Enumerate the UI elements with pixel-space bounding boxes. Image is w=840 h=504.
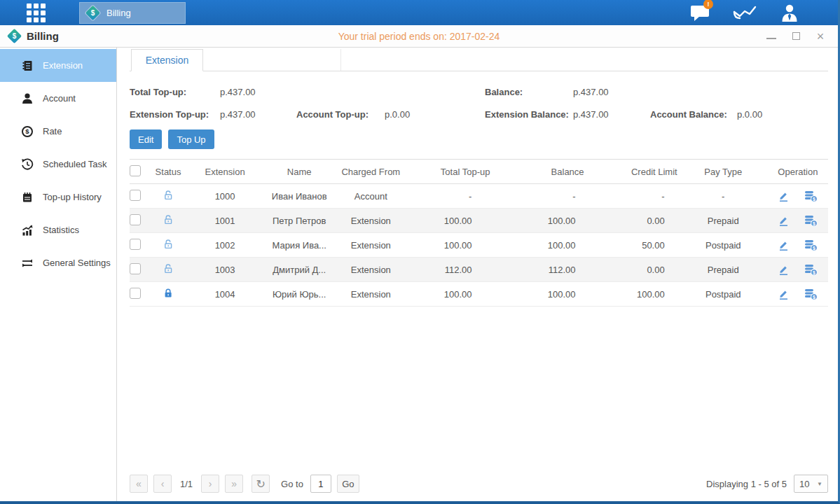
col-pay-type: Pay Type [679, 160, 768, 184]
cell-total-topup: 100.00 [406, 209, 491, 233]
page-indicator: 1/1 [180, 479, 193, 489]
last-page-button[interactable]: » [225, 475, 243, 493]
sidebar-item-label: Top-up History [43, 192, 102, 202]
col-extension: Extension [187, 160, 263, 184]
summary-panel: Total Top-up: p.437.00 Balance: p.437.00… [130, 71, 828, 125]
edit-button[interactable]: Edit [130, 130, 162, 149]
cell-name: Иван Иванов [263, 184, 336, 209]
chevron-down-icon: ▼ [817, 481, 822, 487]
table-row: 1000 Иван Иванов Account - - - - $ [130, 184, 828, 209]
total-topup-label: Total Top-up: [130, 87, 220, 97]
app-grid-icon[interactable] [27, 4, 46, 22]
topup-row-icon[interactable]: $ [804, 190, 818, 202]
cell-balance: 112.00 [491, 258, 585, 282]
row-checkbox[interactable] [130, 263, 141, 274]
billing-dollar-icon: $ [85, 5, 100, 20]
extension-topup-label: Extension Top-up: [130, 109, 220, 120]
extension-balance-value: p.437.00 [573, 109, 650, 120]
lock-closed-icon [163, 288, 174, 299]
goto-page-input[interactable] [310, 475, 331, 493]
extensions-table: Status Extension Name Charged From Total… [130, 159, 828, 307]
billing-app-icon: $ [7, 29, 22, 43]
close-button[interactable]: × [815, 31, 825, 41]
cell-charged-from: Extension [336, 282, 406, 307]
edit-row-icon[interactable] [778, 215, 792, 227]
row-checkbox[interactable] [130, 288, 141, 299]
go-button[interactable]: Go [337, 475, 359, 493]
sidebar-item-account[interactable]: Account [0, 82, 116, 115]
topup-history-notebook-icon [21, 191, 34, 204]
user-account-icon[interactable] [778, 3, 801, 22]
cell-pay-type: Postpaid [679, 282, 768, 307]
page-size-select[interactable]: 10 ▼ [794, 475, 828, 493]
svg-text:$: $ [25, 127, 29, 135]
sidebar-item-label: Scheduled Task [43, 159, 107, 169]
sidebar-item-extension[interactable]: Extension [0, 49, 116, 82]
next-page-button[interactable]: › [201, 475, 219, 493]
refresh-button[interactable]: ↻ [252, 475, 270, 493]
table-row: 1003 Дмитрий Д... Extension 112.00 112.0… [130, 258, 828, 282]
sidebar-item-label: Rate [43, 126, 62, 136]
account-balance-label: Account Balance: [650, 109, 737, 120]
cell-extension: 1004 [187, 282, 263, 307]
tab-extension[interactable]: Extension [131, 49, 203, 71]
edit-row-icon[interactable] [778, 190, 792, 202]
minimize-button[interactable] [766, 34, 776, 39]
lock-open-icon [163, 239, 174, 250]
taskbar-tab-label: Billing [106, 8, 131, 18]
cell-balance: - [491, 184, 585, 209]
reports-chart-icon[interactable] [733, 3, 757, 22]
tab-strip-spacer [203, 49, 341, 71]
sidebar-item-rate[interactable]: $ Rate [0, 115, 116, 148]
prev-page-button[interactable]: ‹ [153, 475, 172, 493]
rate-dollar-icon: $ [21, 125, 34, 138]
cell-total-topup: 112.00 [406, 258, 491, 282]
lock-open-icon [163, 190, 174, 201]
col-balance: Balance [491, 160, 585, 184]
cell-extension: 1000 [187, 184, 263, 209]
svg-text:$: $ [813, 245, 815, 251]
row-checkbox[interactable] [130, 214, 141, 225]
top-taskbar: $ Billing ! [0, 0, 838, 25]
account-balance-value: p.0.00 [737, 109, 828, 120]
topup-row-icon[interactable]: $ [804, 215, 818, 227]
cell-name: Дмитрий Д... [263, 258, 336, 282]
row-checkbox[interactable] [130, 190, 141, 201]
extension-topup-value: p.437.00 [220, 109, 296, 120]
lock-open-icon [163, 214, 174, 225]
first-page-button[interactable]: « [130, 475, 148, 493]
select-all-checkbox[interactable] [130, 165, 141, 176]
notification-badge: ! [703, 0, 713, 9]
cell-total-topup: - [406, 184, 491, 209]
cell-pay-type: Postpaid [679, 233, 768, 258]
messages-icon[interactable]: ! [688, 3, 712, 22]
cell-extension: 1003 [187, 258, 263, 282]
edit-row-icon[interactable] [778, 264, 792, 276]
cell-name: Петр Петров [263, 209, 336, 233]
topup-row-icon[interactable]: $ [804, 239, 818, 251]
col-status: Status [149, 160, 187, 184]
table-row: 1001 Петр Петров Extension 100.00 100.00… [130, 209, 828, 233]
lock-open-icon [163, 263, 174, 274]
sidebar: Extension Account $ Rate [0, 48, 117, 501]
cell-credit-limit: 0.00 [586, 258, 679, 282]
sidebar-item-statistics[interactable]: Statistics [0, 214, 116, 246]
cell-charged-from: Extension [336, 258, 406, 282]
taskbar-tab-billing[interactable]: $ Billing [79, 2, 186, 24]
statistics-chart-icon [21, 224, 34, 237]
row-checkbox[interactable] [130, 239, 141, 250]
displaying-info: Displaying 1 - 5 of 5 [706, 479, 787, 489]
topup-row-icon[interactable]: $ [804, 264, 818, 276]
edit-row-icon[interactable] [778, 288, 792, 300]
edit-row-icon[interactable] [778, 239, 792, 251]
sidebar-item-scheduled-task[interactable]: Scheduled Task [0, 148, 116, 181]
sidebar-item-general-settings[interactable]: General Settings [0, 246, 116, 279]
top-up-button[interactable]: Top Up [168, 130, 214, 149]
page-size-value: 10 [799, 479, 809, 489]
topup-row-icon[interactable]: $ [804, 288, 818, 300]
sidebar-item-topup-history[interactable]: Top-up History [0, 181, 116, 214]
svg-text:$: $ [813, 294, 815, 300]
total-topup-value: p.437.00 [220, 87, 296, 97]
maximize-button[interactable] [792, 32, 800, 40]
cell-total-topup: 100.00 [406, 282, 491, 307]
